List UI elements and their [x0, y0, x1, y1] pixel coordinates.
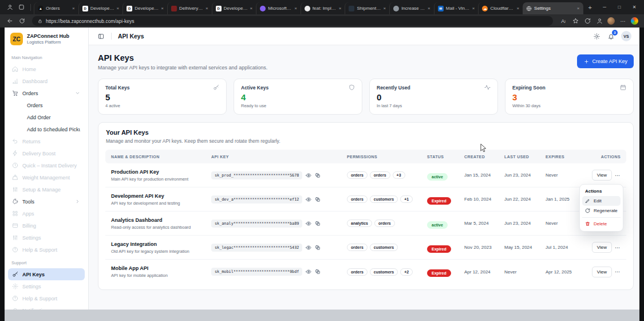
tab-close-icon[interactable]: × — [577, 6, 580, 11]
close-button[interactable]: ✕ — [627, 0, 642, 14]
column-header-name-description: NAME & DESCRIPTION — [111, 155, 211, 159]
browser-tab-increase-dialo[interactable]: Increase dialo× — [389, 2, 434, 14]
browser-tab-delhivery-on[interactable]: Delhivery On× — [167, 2, 212, 14]
permission-pill: customers — [370, 244, 398, 251]
nav-section-label: Support — [5, 256, 88, 268]
column-header-api-key: API KEY — [211, 155, 347, 159]
browser-tab-developer-por[interactable]: DDeveloper Por× — [123, 2, 167, 14]
stat-label: Recently Used — [377, 85, 410, 91]
sidebar-item-label: Apps — [22, 211, 80, 217]
tab-close-icon[interactable]: × — [472, 6, 475, 11]
copy-key-button[interactable] — [315, 221, 321, 226]
browser-tab-shipment-dat[interactable]: Shipment dat× — [345, 2, 389, 14]
help-icon — [12, 295, 18, 302]
sidebar-item-orders[interactable]: Orders — [8, 87, 85, 99]
view-button[interactable]: View — [592, 170, 612, 181]
copilot-icon[interactable] — [631, 17, 638, 25]
stat-card-active-keys: Active Keys4Ready to use — [234, 79, 362, 115]
tab-close-icon[interactable]: × — [161, 6, 164, 11]
address-bar[interactable]: https://beta.zapconnecthub.com/api-keys — [32, 16, 553, 26]
account-avatar[interactable] — [607, 17, 615, 25]
reveal-key-button[interactable] — [306, 245, 311, 250]
minimize-button[interactable]: ─ — [597, 0, 612, 14]
browser-tab-settings[interactable]: Settings× — [523, 2, 583, 14]
sidebar-item-add-order[interactable]: Add Order — [8, 111, 85, 123]
browser-tab-microsoft-loo[interactable]: Microsoft Loo× — [256, 2, 301, 14]
tab-close-icon[interactable]: × — [294, 6, 297, 11]
permission-pill: +3 — [393, 171, 405, 179]
browser-profile-icon[interactable] — [595, 17, 603, 25]
notifications-button[interactable]: 3 — [607, 32, 615, 40]
browser-tab-mail-vinay-s[interactable]: ✉Mail - Vinay S× — [434, 2, 479, 14]
api-key-value: sk_legac************************5432 — [211, 244, 302, 252]
api-key-description: Read-only access for analytics dashboard — [111, 225, 211, 230]
last-used-date: Jun 22, 2024 — [504, 197, 546, 202]
tab-title: Developer Por — [135, 6, 159, 11]
view-button[interactable]: View — [592, 242, 612, 253]
theme-toggle-icon[interactable] — [592, 32, 600, 40]
reveal-key-button[interactable] — [306, 221, 311, 226]
tab-close-icon[interactable]: × — [516, 6, 519, 11]
reveal-key-button[interactable] — [306, 173, 311, 178]
tab-actions-icon[interactable] — [17, 3, 25, 11]
stat-label: Total Keys — [105, 85, 129, 91]
table-row: Mobile App APIAPI key for mobile applica… — [105, 260, 626, 284]
row-more-button[interactable]: ⋯ — [615, 173, 621, 178]
sidebar-item-api-keys[interactable]: API Keys — [8, 268, 85, 280]
column-header-created: CREATED — [464, 155, 504, 159]
stats-row: Total Keys54 activeActive Keys4Ready to … — [98, 79, 634, 115]
row-more-button[interactable]: ⋯ — [615, 269, 621, 275]
tab-close-icon[interactable]: × — [72, 6, 75, 11]
new-tab-button[interactable]: + — [583, 4, 597, 11]
row-more-button[interactable]: ⋯ — [615, 245, 621, 250]
refresh-button[interactable] — [18, 17, 26, 25]
view-button[interactable]: View — [592, 267, 612, 277]
reveal-key-button[interactable] — [306, 269, 311, 275]
tab-title: Mail - Vinay S — [446, 6, 470, 11]
browser-tab-feat-impleme[interactable]: feat: Impleme× — [301, 2, 345, 14]
api-key-description: API key for development and testing — [111, 201, 211, 206]
browser-tab-orders[interactable]: ▲Orders× — [34, 2, 78, 14]
maximize-button[interactable]: □ — [612, 0, 627, 14]
copy-key-button[interactable] — [315, 173, 321, 178]
sidebar-item-tools[interactable]: Tools — [8, 195, 85, 208]
browser-profile-tab-icon[interactable] — [6, 3, 14, 11]
copy-key-button[interactable] — [315, 245, 321, 250]
tab-close-icon[interactable]: × — [206, 6, 208, 11]
user-avatar[interactable]: VS — [621, 31, 631, 41]
more-menu-icon[interactable]: ⋯ — [619, 17, 627, 25]
copy-key-button[interactable] — [315, 197, 321, 202]
sidebar-toggle-icon[interactable] — [97, 32, 105, 40]
browser-tab-developer-por[interactable]: DDeveloper Por× — [78, 2, 123, 14]
browser-tab-bar: ▲Orders×DDeveloper Por×DDeveloper Por×De… — [0, 0, 644, 14]
sidebar-item-add-to-scheduled-pickup[interactable]: Add to Scheduled Pickup — [8, 123, 85, 135]
menu-item-delete[interactable]: Delete — [582, 217, 621, 229]
browser-tab-developer-por[interactable]: DDeveloper Por× — [212, 2, 256, 14]
tab-close-icon[interactable]: × — [383, 6, 386, 11]
created-date: Apr 12, 2024 — [464, 269, 504, 275]
copy-key-button[interactable] — [315, 269, 321, 275]
browser-tab-cloudflare-da[interactable]: ☁Cloudflare Da× — [478, 2, 523, 14]
table-header-row: NAME & DESCRIPTIONAPI KEYPERMISSIONSSTAT… — [105, 150, 626, 163]
api-key-description: API key for mobile application — [111, 273, 211, 278]
sync-icon[interactable] — [583, 17, 591, 25]
trash-icon — [585, 221, 590, 226]
header-divider — [111, 33, 112, 40]
tab-favicon: D — [216, 6, 222, 11]
tab-close-icon[interactable]: × — [428, 6, 430, 11]
menu-item-regenerate[interactable]: Regenerate — [582, 206, 621, 216]
create-api-key-button[interactable]: Create API Key — [577, 54, 634, 68]
read-aloud-icon[interactable]: A) — [559, 17, 567, 25]
tab-close-icon[interactable]: × — [250, 6, 253, 11]
tab-close-icon[interactable]: × — [339, 6, 342, 11]
menu-item-edit[interactable]: Edit — [582, 196, 621, 206]
sidebar-item-label: Delivery Boost — [22, 151, 80, 156]
sliders-icon — [12, 234, 18, 241]
reveal-key-button[interactable] — [306, 197, 311, 202]
back-button[interactable] — [6, 17, 14, 25]
favorites-star-icon[interactable] — [571, 17, 579, 25]
tab-close-icon[interactable]: × — [117, 6, 120, 11]
sidebar-item-orders[interactable]: Orders — [8, 99, 85, 111]
weight-icon — [12, 174, 18, 181]
sidebar-item-label: Settings — [22, 235, 80, 241]
